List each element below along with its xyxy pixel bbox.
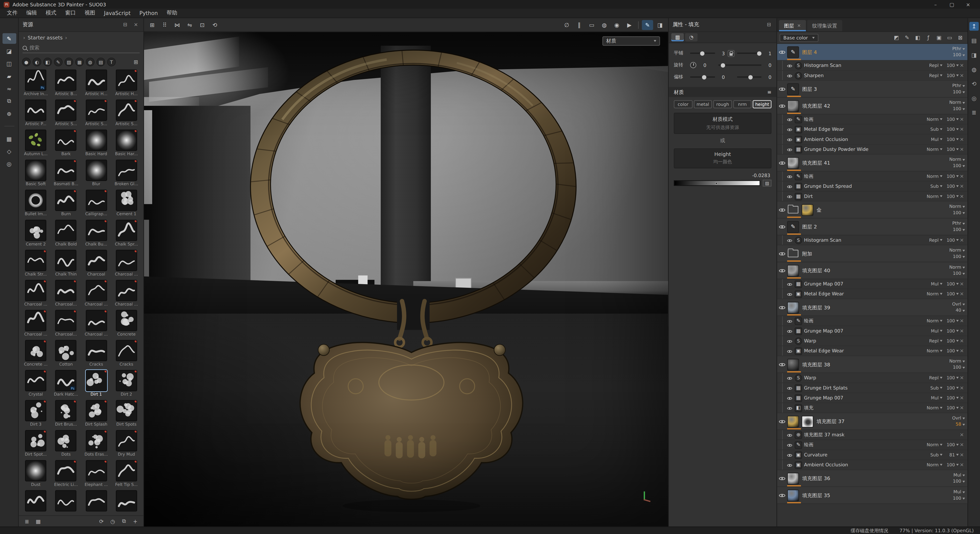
brush-item[interactable]: Charcoal ... bbox=[112, 280, 141, 310]
rotation-value[interactable]: 0 bbox=[699, 62, 706, 68]
opacity-dropdown[interactable]: 58 bbox=[956, 422, 965, 427]
brush-item[interactable]: Charcoal ... bbox=[21, 310, 50, 340]
offset-u-value[interactable]: 0 bbox=[718, 74, 725, 80]
visibility-toggle-icon[interactable] bbox=[787, 116, 793, 123]
quick-mask-icon[interactable]: ▦ bbox=[2, 133, 16, 144]
brush-item[interactable]: Dirt Splash bbox=[82, 400, 111, 430]
filter-materials-icon[interactable]: ◐ bbox=[33, 57, 41, 66]
effect-opacity-dropdown[interactable]: 100 bbox=[942, 127, 959, 132]
filter-textures-icon[interactable]: ▦ bbox=[75, 57, 84, 66]
effect-row[interactable]: ▦Grunge Dust SpreadSub100× bbox=[777, 182, 967, 192]
effect-opacity-dropdown[interactable]: 100 bbox=[942, 318, 959, 323]
effect-row[interactable]: ▦Grunge Dusty Powder WideNorm100× bbox=[777, 145, 967, 154]
brush-item[interactable]: Charcoal ... bbox=[82, 310, 111, 340]
necklace-3d-model[interactable] bbox=[144, 32, 668, 526]
visibility-toggle-icon[interactable] bbox=[778, 84, 786, 93]
brush-item[interactable]: Charcoal ... bbox=[21, 280, 50, 310]
delete-layer-icon[interactable]: ⊠ bbox=[956, 33, 965, 42]
effect-opacity-dropdown[interactable]: 100 bbox=[942, 442, 959, 447]
add-resources-icon[interactable]: + bbox=[131, 517, 140, 525]
effect-blend-dropdown[interactable]: Norm bbox=[923, 442, 943, 447]
visibility-toggle-icon[interactable] bbox=[787, 337, 793, 345]
uv-selection-icon[interactable]: ◇ bbox=[2, 146, 16, 156]
menu-item-文件[interactable]: 文件 bbox=[3, 10, 22, 17]
effect-row[interactable]: ▣Metal Edge WearSub100× bbox=[777, 125, 967, 135]
brush-item[interactable]: Basic Hard bbox=[82, 129, 111, 159]
refresh-shelf-icon[interactable]: ⟳ bbox=[97, 517, 106, 525]
effect-blend-dropdown[interactable]: Sub bbox=[923, 452, 943, 458]
visibility-toggle-icon[interactable] bbox=[787, 347, 793, 354]
remove-effect-icon[interactable]: × bbox=[959, 318, 965, 324]
brush-item[interactable]: Charcoal... bbox=[51, 310, 80, 340]
menu-item-模式[interactable]: 模式 bbox=[41, 10, 60, 17]
effect-row[interactable]: ✎绘画Norm100× bbox=[777, 114, 967, 124]
remove-effect-icon[interactable]: × bbox=[959, 442, 965, 448]
opacity-dropdown[interactable]: 100 bbox=[953, 90, 965, 94]
remove-effect-icon[interactable]: × bbox=[959, 173, 965, 179]
brush-item[interactable]: Dots Eras... bbox=[82, 430, 111, 460]
grid-view-icon[interactable]: ⊞ bbox=[132, 57, 140, 66]
render-mode-icon[interactable]: ◨ bbox=[654, 20, 665, 30]
thumbnail-size-icon[interactable]: ▦ bbox=[34, 517, 43, 525]
brush-item[interactable]: Concrete bbox=[112, 310, 141, 340]
brush-item[interactable]: Cement 2 bbox=[21, 220, 50, 250]
remove-effect-icon[interactable]: × bbox=[959, 385, 965, 391]
brush-item[interactable]: Artistic H... bbox=[112, 70, 141, 100]
add-effect-icon[interactable]: ƒ bbox=[924, 33, 933, 42]
slider-handle[interactable] bbox=[749, 75, 753, 79]
channel-chip-nrm[interactable]: nrm bbox=[733, 100, 752, 108]
visibility-toggle-icon[interactable] bbox=[787, 385, 793, 391]
brush-item[interactable]: Broken Gl... bbox=[112, 159, 141, 189]
breadcrumb-label[interactable]: Starter assets bbox=[28, 35, 63, 40]
visibility-toggle-icon[interactable] bbox=[787, 374, 793, 381]
brush-item[interactable]: Dry Mud bbox=[112, 430, 141, 460]
opacity-dropdown[interactable]: 100 bbox=[953, 366, 965, 370]
visibility-toggle-icon[interactable] bbox=[787, 183, 793, 190]
effect-row[interactable]: ▣CurvatureSub81× bbox=[777, 450, 967, 460]
slider-handle[interactable] bbox=[700, 51, 705, 56]
tab-图层[interactable]: 图层× bbox=[779, 20, 806, 31]
visibility-toggle-icon[interactable] bbox=[778, 249, 786, 258]
shader-material-dropdown[interactable]: 材质 bbox=[602, 37, 660, 46]
effect-blend-dropdown[interactable]: Sub bbox=[923, 127, 943, 132]
effect-blend-dropdown[interactable]: Repl bbox=[923, 238, 943, 243]
hamburger-menu-icon[interactable]: ≡ bbox=[767, 89, 771, 95]
channel-filter-dropdown[interactable]: Base color bbox=[780, 33, 819, 42]
effect-row[interactable]: ✎绘画Norm100× bbox=[777, 172, 967, 181]
visibility-toggle-icon[interactable] bbox=[778, 48, 786, 56]
remove-effect-icon[interactable]: × bbox=[959, 281, 965, 287]
effect-opacity-dropdown[interactable]: 100 bbox=[942, 395, 959, 400]
opacity-dropdown[interactable]: 100 bbox=[953, 479, 965, 484]
slider-handle[interactable] bbox=[757, 51, 761, 56]
clone-tool-icon[interactable]: ⧉ bbox=[2, 96, 16, 106]
brush-item[interactable]: Cotton bbox=[51, 340, 80, 370]
effect-opacity-dropdown[interactable]: 100 bbox=[942, 385, 959, 391]
list-view-icon[interactable]: ≣ bbox=[23, 517, 31, 525]
layer-row[interactable]: 填充图层 35Mul100 bbox=[777, 487, 967, 504]
blend-mode-dropdown[interactable]: Norm bbox=[949, 359, 965, 363]
blend-mode-dropdown[interactable]: Pthr bbox=[952, 221, 965, 226]
recent-resources-icon[interactable]: ◷ bbox=[108, 517, 117, 525]
viewport-canvas[interactable]: 材质 bbox=[144, 32, 668, 526]
brush-item[interactable]: Burn bbox=[51, 190, 80, 220]
projection-tool-icon[interactable]: ◫ bbox=[2, 58, 16, 69]
minimize-button[interactable]: – bbox=[928, 0, 943, 9]
effect-row[interactable]: ◧填充Norm100× bbox=[777, 403, 967, 413]
tiling-v-slider[interactable] bbox=[737, 52, 761, 54]
brush-item[interactable]: Dirt 2 bbox=[112, 370, 141, 400]
hide-gizmos-icon[interactable]: ∅ bbox=[561, 20, 572, 30]
effect-row[interactable]: ▦Grunge Dirt SplatsSub100× bbox=[777, 383, 967, 393]
shader-settings-icon[interactable]: ◎ bbox=[969, 94, 979, 103]
tile-windows-icon[interactable]: ⊞ bbox=[146, 20, 158, 30]
brush-item[interactable]: Blur bbox=[82, 159, 111, 189]
gradient-marker[interactable] bbox=[715, 182, 718, 185]
effect-row[interactable]: ✎绘画Norm100× bbox=[777, 316, 967, 326]
tiling-slider[interactable] bbox=[690, 52, 715, 54]
export-textures-icon[interactable]: ↥ bbox=[969, 22, 979, 30]
add-folder-icon[interactable]: ▭ bbox=[945, 33, 954, 42]
effect-blend-dropdown[interactable]: Norm bbox=[923, 318, 943, 323]
visibility-toggle-icon[interactable] bbox=[778, 303, 786, 312]
blend-mode-dropdown[interactable]: Mul bbox=[953, 490, 965, 494]
visibility-toggle-icon[interactable] bbox=[787, 461, 793, 468]
effect-opacity-dropdown[interactable]: 100 bbox=[942, 137, 959, 142]
